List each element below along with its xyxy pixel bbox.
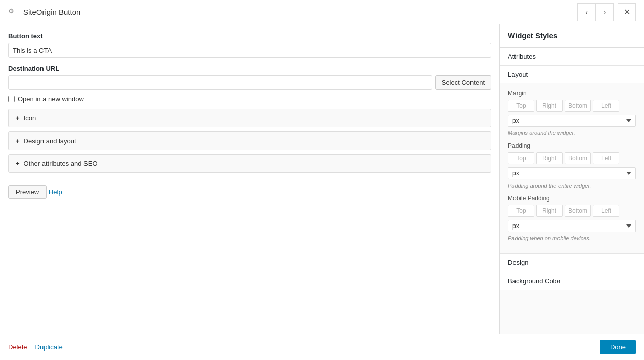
margin-hint: Margins around the widget. [508, 130, 636, 136]
destination-url-field: Destination URL Select Content [8, 65, 491, 90]
ws-section-title-layout[interactable]: Layout [500, 66, 644, 83]
ws-section-title-bg-color[interactable]: Background Color [500, 272, 644, 290]
modal-footer: Delete Duplicate Done [0, 334, 644, 360]
preview-button[interactable]: Preview [8, 185, 47, 199]
accordion-item-design: + Design and layout [8, 131, 491, 150]
ws-section-attributes: Attributes [500, 48, 644, 66]
plus-icon-icon: + [16, 114, 20, 122]
prev-button[interactable]: ‹ [577, 3, 595, 21]
mobile-padding-hint: Padding when on mobile devices. [508, 235, 636, 241]
margin-unit-select[interactable]: px em % [508, 115, 636, 127]
mobile-padding-inputs [508, 205, 636, 217]
mobile-padding-unit-select[interactable]: px em % [508, 220, 636, 232]
padding-unit-select[interactable]: px em % [508, 167, 636, 179]
help-link[interactable]: Help [49, 188, 62, 196]
accordion-header-seo[interactable]: + Other attributes and SEO [9, 155, 491, 172]
padding-left-input[interactable] [593, 152, 619, 164]
destination-row: Select Content [8, 75, 491, 90]
padding-section: Padding px em % [508, 142, 636, 189]
duplicate-button[interactable]: Duplicate [35, 343, 63, 351]
ws-section-title-attributes[interactable]: Attributes [500, 48, 644, 65]
mobile-padding-bottom-input[interactable] [565, 205, 591, 217]
margin-bottom-input[interactable] [565, 100, 591, 112]
plus-icon-seo: + [16, 160, 20, 167]
button-text-label: Button text [8, 32, 491, 40]
margin-unit-wrapper: px em % [508, 115, 636, 127]
accordion-label-seo: Other attributes and SEO [24, 160, 98, 167]
accordion-item-seo: + Other attributes and SEO [8, 154, 491, 173]
padding-top-input[interactable] [508, 152, 534, 164]
mobile-padding-unit-wrapper: px em % [508, 220, 636, 232]
destination-url-input[interactable] [8, 75, 432, 90]
footer-left: Delete Duplicate [8, 343, 63, 351]
ws-section-layout: Layout Margin px [500, 66, 644, 254]
mobile-padding-right-input[interactable] [536, 205, 563, 217]
mobile-padding-section: Mobile Padding px em % [508, 195, 636, 241]
accordion: + Icon + Design and layout + Other attri… [8, 109, 491, 173]
accordion-label-icon: Icon [24, 114, 36, 122]
modal-header: ⚙ SiteOrigin Button ‹ › ✕ [0, 0, 644, 24]
margin-right-input[interactable] [536, 100, 563, 112]
accordion-header-icon[interactable]: + Icon [9, 109, 491, 127]
margin-left-input[interactable] [593, 100, 619, 112]
ws-section-title-design[interactable]: Design [500, 254, 644, 272]
margin-top-input[interactable] [508, 100, 534, 112]
padding-bottom-input[interactable] [565, 152, 591, 164]
mobile-padding-label: Mobile Padding [508, 195, 636, 202]
button-text-input[interactable] [8, 43, 491, 58]
padding-label: Padding [508, 142, 636, 149]
padding-right-input[interactable] [536, 152, 563, 164]
mobile-padding-top-input[interactable] [508, 205, 534, 217]
next-button[interactable]: › [595, 3, 614, 21]
right-panel: Widget Styles Attributes Layout Margin [500, 24, 644, 334]
open-new-window-row: Open in a new window [8, 95, 491, 103]
margin-section: Margin px em % [508, 89, 636, 136]
modal-title: SiteOrigin Button [23, 8, 577, 16]
margin-inputs [508, 100, 636, 112]
open-new-window-label: Open in a new window [18, 95, 84, 103]
widget-styles-title: Widget Styles [500, 24, 644, 48]
select-content-button[interactable]: Select Content [435, 75, 491, 90]
accordion-label-design: Design and layout [24, 137, 76, 145]
left-panel: Button text Destination URL Select Conte… [0, 24, 500, 334]
padding-inputs [508, 152, 636, 164]
done-button[interactable]: Done [600, 340, 636, 354]
gear-icon: ⚙ [8, 7, 18, 17]
open-new-window-checkbox[interactable] [8, 96, 15, 102]
destination-url-label: Destination URL [8, 65, 491, 72]
nav-buttons: ‹ › [577, 3, 614, 21]
close-button[interactable]: ✕ [618, 3, 636, 21]
button-text-field: Button text [8, 32, 491, 58]
padding-hint: Padding around the entire widget. [508, 183, 636, 189]
padding-unit-wrapper: px em % [508, 167, 636, 179]
mobile-padding-left-input[interactable] [593, 205, 619, 217]
ws-section-bg-color: Background Color [500, 272, 644, 290]
plus-icon-design: + [16, 137, 20, 145]
accordion-item-icon: + Icon [8, 109, 491, 127]
modal-body: Button text Destination URL Select Conte… [0, 24, 644, 334]
ws-section-design: Design [500, 254, 644, 272]
ws-section-content-layout: Margin px em % [500, 83, 644, 253]
accordion-header-design[interactable]: + Design and layout [9, 132, 491, 150]
margin-label: Margin [508, 89, 636, 97]
delete-button[interactable]: Delete [8, 343, 27, 351]
